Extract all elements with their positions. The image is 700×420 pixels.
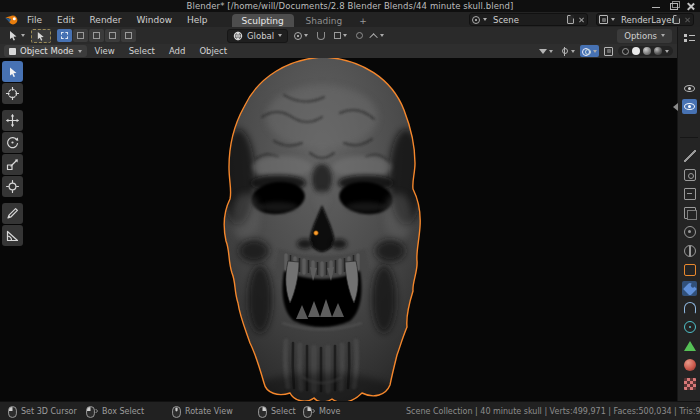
object-tab-icon [684, 264, 696, 276]
new-scene-icon[interactable] [567, 15, 574, 24]
material-tab-icon [684, 359, 696, 371]
tool-measure-button[interactable] [2, 225, 23, 246]
minimize-icon[interactable] [652, 2, 660, 10]
hint-label: Select [271, 407, 296, 416]
proportional-falloff-dropdown[interactable] [369, 29, 387, 42]
annotate-pen-icon [6, 207, 19, 220]
mode-caret-icon [78, 50, 82, 53]
close-icon[interactable] [686, 2, 694, 10]
properties-tab-physics[interactable] [682, 319, 697, 334]
xray-toggle[interactable] [602, 45, 615, 57]
options-dropdown[interactable]: Options [617, 29, 672, 43]
menu-help[interactable]: Help [180, 14, 215, 26]
render-layer-dropdown-caret-icon[interactable] [611, 18, 615, 21]
viewport-menu-add[interactable]: Add [163, 46, 191, 56]
properties-tab-modifiers[interactable] [682, 281, 697, 296]
shading-wireframe-icon[interactable] [622, 48, 629, 55]
object-mode-icon [9, 48, 16, 55]
snap-toggle-button[interactable] [314, 29, 328, 42]
properties-tab-material[interactable] [682, 357, 697, 372]
object-type-visibility-dropdown[interactable] [537, 45, 555, 57]
new-render-layer-icon[interactable] [673, 15, 680, 24]
hint-set-3d-cursor: Set 3D Cursor [8, 402, 77, 420]
tool-rotate-button[interactable] [2, 132, 23, 153]
select-mode-intersect-button[interactable] [121, 29, 136, 42]
world-tab-icon [684, 245, 696, 257]
tool-settings-bar: Global Options [0, 27, 677, 44]
viewport-menu-select[interactable]: Select [123, 46, 161, 56]
shading-solid-icon[interactable] [632, 47, 640, 55]
add-workspace-button[interactable]: + [354, 15, 372, 27]
xray-icon [604, 47, 613, 56]
filter-restrict-enabled-button[interactable] [682, 99, 697, 114]
tool-move-button[interactable] [2, 110, 23, 131]
render-layer-selector[interactable]: RenderLayer [596, 13, 694, 26]
properties-tab-output[interactable] [682, 186, 697, 201]
menu-window[interactable]: Window [130, 14, 180, 26]
tool-annotate-button[interactable] [2, 203, 23, 224]
menu-render[interactable]: Render [83, 14, 129, 26]
properties-tab-object[interactable] [682, 262, 697, 277]
tool-selector-dropdown[interactable] [5, 29, 28, 42]
select-mode-set-button[interactable] [57, 29, 72, 42]
workspace-tab-sculpting[interactable]: Sculpting [232, 14, 294, 27]
id-widgets: Scene RenderLayer [469, 13, 694, 26]
properties-tab-render[interactable] [682, 167, 697, 182]
scene-dropdown-caret-icon[interactable] [483, 18, 487, 21]
filter-eye-enabled-icon [684, 103, 695, 110]
tool-transform-button[interactable] [2, 176, 23, 197]
viewport-menu-view[interactable]: View [89, 46, 121, 56]
rotate-icon [6, 136, 19, 149]
transform-orientation-dropdown[interactable]: Global [227, 29, 288, 43]
options-caret-icon [661, 34, 665, 37]
show-overlays-dropdown[interactable] [580, 45, 599, 57]
show-gizmo-dropdown[interactable] [558, 45, 577, 57]
shading-material-icon[interactable] [643, 47, 651, 55]
tool-scale-button[interactable] [2, 154, 23, 175]
menu-file[interactable]: File [20, 14, 49, 26]
skull-object[interactable] [222, 58, 422, 401]
proportional-editing-toggle[interactable] [353, 29, 366, 42]
workspace-tab-shading[interactable]: Shading [296, 14, 353, 27]
panel-collapse-arrow-icon[interactable] [673, 103, 678, 111]
active-tool-button[interactable] [31, 29, 51, 43]
properties-tab-object-data[interactable] [682, 338, 697, 353]
select-mode-buttons [57, 29, 136, 42]
menu-edit[interactable]: Edit [50, 14, 81, 26]
blender-logo-icon[interactable] [4, 13, 19, 26]
properties-tab-world[interactable] [682, 243, 697, 258]
tool-cursor-button[interactable] [2, 83, 23, 104]
tool-select-box-button[interactable] [2, 61, 23, 82]
outliner-editor-button[interactable] [682, 30, 697, 45]
scene-tab-icon [684, 226, 696, 238]
window-title: Blender* [/home/will/Documents/2.8 Blend… [187, 1, 514, 11]
render-layer-name-field[interactable]: RenderLayer [618, 15, 670, 25]
hint-select: Select [258, 402, 296, 420]
scene-selector[interactable]: Scene [469, 13, 588, 26]
properties-tab-view-layer[interactable] [682, 205, 697, 220]
properties-tab-texture[interactable] [682, 376, 697, 391]
move-icon [6, 114, 19, 127]
mouse-middle-icon [172, 406, 181, 418]
viewport-menu-object[interactable]: Object [193, 46, 233, 56]
shading-rendered-icon[interactable] [654, 47, 662, 55]
scene-name-field[interactable]: Scene [490, 15, 564, 25]
mode-dropdown[interactable]: Object Mode [4, 45, 87, 57]
hint-label: Box Select [102, 407, 144, 416]
snap-target-icon [334, 32, 341, 39]
object-origin-dot[interactable] [314, 231, 319, 236]
select-mode-subtract-button[interactable] [89, 29, 104, 42]
pivot-point-dropdown[interactable] [291, 29, 311, 42]
properties-tab-constraints[interactable] [682, 300, 697, 315]
scale-icon [6, 158, 19, 171]
select-mode-invert-button[interactable] [105, 29, 120, 42]
viewport-3d[interactable] [0, 58, 677, 401]
properties-tab-scene[interactable] [682, 224, 697, 239]
properties-tab-tool[interactable] [682, 148, 697, 163]
shading-caret-icon[interactable] [665, 50, 669, 53]
unlink-scene-icon[interactable] [577, 16, 585, 24]
filter-restrict-button[interactable] [682, 81, 697, 96]
select-mode-extend-button[interactable] [73, 29, 88, 42]
maximize-icon[interactable] [669, 2, 677, 10]
snap-settings-dropdown[interactable] [331, 29, 350, 42]
